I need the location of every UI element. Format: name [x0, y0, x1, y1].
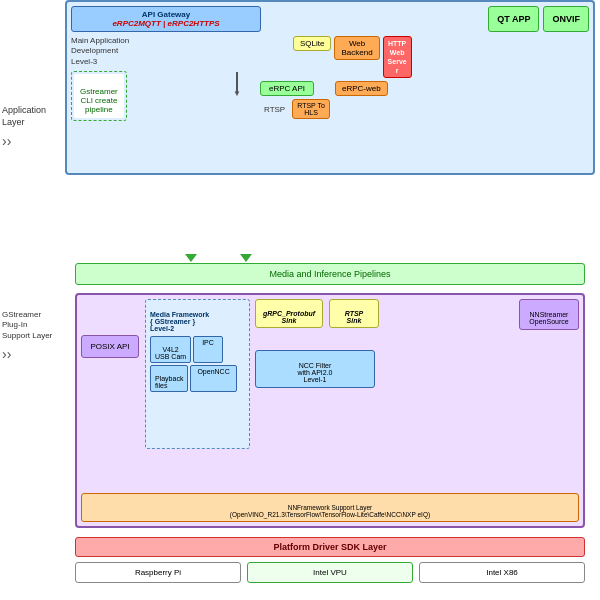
- platform-driver-bar: Platform Driver SDK Layer: [75, 537, 585, 557]
- onvif-box: ONVIF: [543, 6, 589, 32]
- qt-app-box: QT APP: [488, 6, 539, 32]
- media-pipeline-arrow2: [240, 254, 252, 262]
- platform-row: Raspberry Pi Intel VPU Intel X86: [75, 562, 585, 583]
- playback-box: Playback files: [150, 365, 188, 392]
- ncc-filter-box: NCC Filter with API2.0 Level-1: [255, 350, 375, 388]
- main-app-text: Main Application Development Level-3: [71, 36, 256, 67]
- grpc-web-box: eRPC-web: [335, 81, 388, 96]
- grpc-mqtt-label: eRPC2MQTT | eRPC2HTTPS: [112, 19, 219, 28]
- media-pipeline-bar: Media and Inference Pipelines: [75, 263, 585, 285]
- media-pipeline-arrow1: [185, 254, 197, 262]
- http-server-box: HTTP Web Serve r: [383, 36, 412, 78]
- api-gateway-bar: API Gateway eRPC2MQTT | eRPC2HTTPS: [71, 6, 261, 32]
- sqlite-box: SQLite: [293, 36, 331, 51]
- v4l2-box: V4L2 USB Cam: [150, 336, 191, 363]
- rtsp-sink-box: RTSP Sink: [329, 299, 379, 328]
- gstreamer-layer-label: GStreamer Plug-InSupport Layer ››: [0, 310, 62, 363]
- media-framework-box: Media Framework { GStreamer } Level-2 V4…: [145, 299, 250, 449]
- posix-api-box: POSIX API: [81, 335, 139, 358]
- grpc-protobuf-sink-box: gRPC_Protobuf Sink: [255, 299, 323, 328]
- grpc-api-box: eRPC API: [260, 81, 314, 96]
- openncc-box: OpenNCC: [190, 365, 236, 392]
- application-layer-label: ApplicationLayer ››: [0, 105, 58, 151]
- gstreamer-layer-box: POSIX API Media Framework { GStreamer } …: [75, 293, 585, 528]
- cloud-arrow: ▼: [236, 72, 238, 92]
- gstreamer-cli-box: Gstreamer CLI create pipeline: [74, 74, 124, 118]
- intel-vpu-box: Intel VPU: [247, 562, 413, 583]
- ipc-box: IPC: [193, 336, 223, 363]
- api-gateway-label: API Gateway: [142, 10, 190, 19]
- application-layer-box: API Gateway eRPC2MQTT | eRPC2HTTPS QT AP…: [65, 0, 595, 175]
- rtsp-hls-box: RTSP To HLS: [292, 99, 330, 119]
- nnframework-bar: NNFramework Support Layer (OpenVINO_R21.…: [81, 493, 579, 522]
- intel-x86-box: Intel X86: [419, 562, 585, 583]
- rtsp-text: RTSP: [260, 103, 289, 116]
- nnstreamer-box: NNStreamer OpenSource: [519, 299, 579, 330]
- raspberry-pi-box: Raspberry Pi: [75, 562, 241, 583]
- media-framework-title: Media Framework { GStreamer } Level-2: [150, 304, 245, 332]
- web-backend-box: Web Backend: [334, 36, 379, 60]
